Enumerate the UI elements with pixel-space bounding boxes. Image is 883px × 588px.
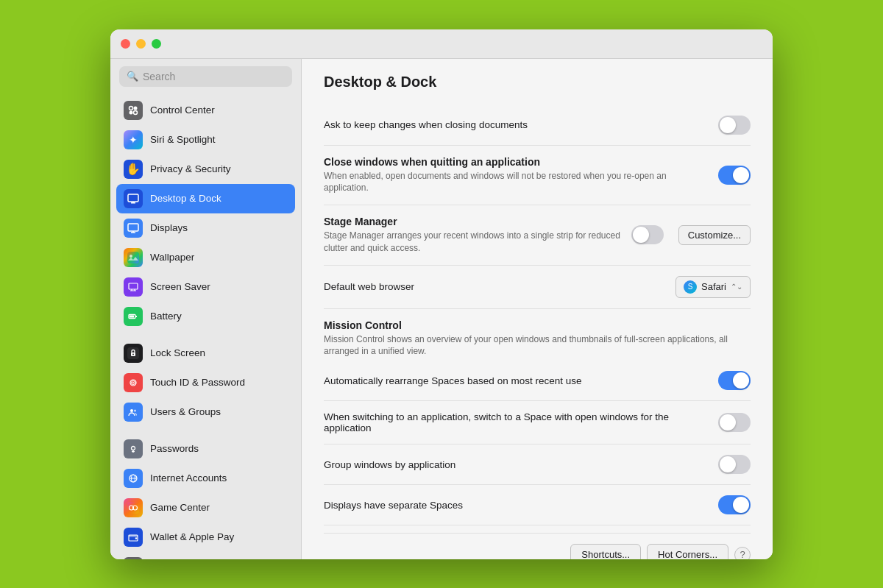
sidebar-item-label: Lock Screen bbox=[150, 347, 205, 358]
sidebar: 🔍 Search Control Center ✦ S bbox=[110, 59, 302, 559]
toggle-separate-spaces[interactable] bbox=[718, 495, 751, 514]
users-icon bbox=[124, 403, 143, 422]
sidebar-item-passwords[interactable]: Passwords bbox=[116, 434, 295, 464]
screensaver-icon bbox=[124, 277, 143, 297]
toggle-close-windows[interactable] bbox=[718, 166, 751, 185]
sidebar-item-desktop[interactable]: Desktop & Dock bbox=[116, 184, 295, 213]
search-placeholder: Search bbox=[143, 71, 175, 82]
svg-point-3 bbox=[134, 110, 138, 114]
titlebar bbox=[110, 29, 773, 59]
hot-corners-button[interactable]: Hot Corners... bbox=[647, 544, 728, 559]
main-panel: Desktop & Dock Ask to keep changes when … bbox=[302, 59, 773, 559]
toggle-group-windows[interactable] bbox=[718, 455, 751, 474]
toggle-knob bbox=[733, 167, 749, 183]
close-button[interactable] bbox=[121, 39, 130, 49]
svg-rect-31 bbox=[127, 443, 139, 455]
sidebar-item-keyboard[interactable]: Keyboard bbox=[116, 552, 295, 559]
separator bbox=[116, 331, 295, 339]
search-icon: 🔍 bbox=[127, 71, 138, 82]
toggle-knob bbox=[720, 456, 736, 472]
setting-row-auto-rearrange: Automatically rearrange Spaces based on … bbox=[324, 361, 751, 401]
sidebar-item-label: Displays bbox=[150, 222, 188, 233]
sidebar-item-screensaver[interactable]: Screen Saver bbox=[116, 272, 295, 302]
setting-row-browser: Default web browser S Safari ⌃⌄ bbox=[324, 266, 751, 309]
privacy-icon: ✋ bbox=[124, 160, 143, 179]
setting-desc: When enabled, open documents and windows… bbox=[324, 170, 706, 195]
panel-title: Desktop & Dock bbox=[324, 74, 751, 91]
sidebar-item-lockscreen[interactable]: Lock Screen bbox=[116, 339, 295, 368]
search-box[interactable]: 🔍 Search bbox=[119, 66, 292, 87]
gamecenter-icon bbox=[124, 498, 143, 517]
setting-label: When switching to an application, switch… bbox=[324, 411, 718, 433]
setting-label: Automatically rearrange Spaces based on … bbox=[324, 375, 718, 386]
shortcuts-button[interactable]: Shortcuts... bbox=[570, 544, 641, 559]
displays-icon bbox=[124, 219, 143, 238]
customize-button[interactable]: Customize... bbox=[678, 225, 751, 245]
toggle-knob bbox=[733, 372, 749, 389]
sidebar-item-displays[interactable]: Displays bbox=[116, 213, 295, 243]
sidebar-item-label: Battery bbox=[150, 311, 182, 322]
sidebar-item-privacy[interactable]: ✋ Privacy & Security bbox=[116, 155, 295, 184]
sidebar-item-wallet[interactable]: Wallet & Apple Pay bbox=[116, 523, 295, 552]
setting-row-separate-spaces: Displays have separate Spaces bbox=[324, 485, 751, 525]
setting-row-stage-manager: Stage Manager Stage Manager arranges you… bbox=[324, 205, 751, 266]
passwords-icon bbox=[124, 439, 143, 458]
wallet-icon bbox=[124, 528, 143, 547]
sidebar-item-label: Desktop & Dock bbox=[150, 193, 221, 204]
battery-icon bbox=[124, 307, 143, 326]
sidebar-item-siri[interactable]: ✦ Siri & Spotlight bbox=[116, 125, 295, 155]
maximize-button[interactable] bbox=[152, 39, 161, 49]
toggle-keep-changes[interactable] bbox=[718, 116, 751, 135]
mission-control-desc: Mission Control shows an overview of you… bbox=[324, 333, 751, 358]
setting-row-switch-space: When switching to an application, switch… bbox=[324, 401, 751, 444]
sidebar-item-control-center[interactable]: Control Center bbox=[116, 96, 295, 125]
mission-control-header: Mission Control Mission Control shows an… bbox=[324, 309, 751, 361]
bottom-bar: Shortcuts... Hot Corners... ? bbox=[324, 533, 751, 559]
svg-rect-44 bbox=[129, 535, 138, 537]
separator bbox=[116, 427, 295, 434]
svg-point-27 bbox=[132, 382, 134, 383]
setting-row-group-windows: Group windows by application bbox=[324, 444, 751, 485]
sidebar-item-gamecenter[interactable]: Game Center bbox=[116, 493, 295, 523]
toggle-knob bbox=[720, 117, 736, 133]
browser-select[interactable]: S Safari ⌃⌄ bbox=[675, 276, 751, 298]
stage-manager-label: Stage Manager bbox=[324, 216, 631, 227]
svg-rect-7 bbox=[128, 224, 138, 231]
window-content: 🔍 Search Control Center ✦ S bbox=[110, 59, 773, 559]
sidebar-item-label: Wallet & Apple Pay bbox=[150, 531, 234, 542]
keyboard-icon bbox=[124, 557, 143, 559]
sidebar-item-wallpaper[interactable]: Wallpaper bbox=[116, 243, 295, 272]
toggle-knob bbox=[733, 497, 749, 513]
setting-label: Group windows by application bbox=[324, 459, 718, 470]
svg-point-30 bbox=[134, 409, 136, 411]
sidebar-item-label: Wallpaper bbox=[150, 252, 194, 263]
chevron-updown-icon: ⌃⌄ bbox=[731, 283, 742, 291]
browser-label: Default web browser bbox=[324, 281, 675, 292]
sidebar-item-internet[interactable]: Internet Accounts bbox=[116, 464, 295, 493]
sidebar-item-users[interactable]: Users & Groups bbox=[116, 397, 295, 427]
setting-label-group: Close windows when quitting an applicati… bbox=[324, 156, 706, 195]
sidebar-item-battery[interactable]: Battery bbox=[116, 302, 295, 331]
svg-point-45 bbox=[135, 537, 137, 539]
setting-row-close-windows: Close windows when quitting an applicati… bbox=[324, 146, 751, 206]
sidebar-item-label: Internet Accounts bbox=[150, 472, 227, 483]
svg-rect-4 bbox=[128, 194, 138, 202]
toggle-switch-space[interactable] bbox=[718, 413, 751, 432]
svg-rect-28 bbox=[127, 406, 139, 418]
svg-point-0 bbox=[130, 106, 133, 110]
setting-label-group: Stage Manager Stage Manager arranges you… bbox=[324, 216, 631, 255]
sidebar-item-touchid[interactable]: Touch ID & Password bbox=[116, 368, 295, 397]
toggle-auto-rearrange[interactable] bbox=[718, 371, 751, 390]
help-button[interactable]: ? bbox=[734, 547, 751, 559]
sidebar-item-label: Siri & Spotlight bbox=[150, 134, 216, 145]
setting-label: Displays have separate Spaces bbox=[324, 500, 718, 511]
traffic-lights bbox=[121, 39, 161, 49]
toggle-stage-manager[interactable] bbox=[631, 225, 664, 244]
svg-rect-10 bbox=[127, 252, 139, 263]
toggle-knob bbox=[720, 414, 736, 431]
svg-point-29 bbox=[130, 409, 133, 412]
safari-icon: S bbox=[684, 280, 697, 294]
minimize-button[interactable] bbox=[136, 39, 146, 49]
sidebar-item-label: Passwords bbox=[150, 443, 199, 454]
search-container: 🔍 Search bbox=[116, 66, 295, 87]
